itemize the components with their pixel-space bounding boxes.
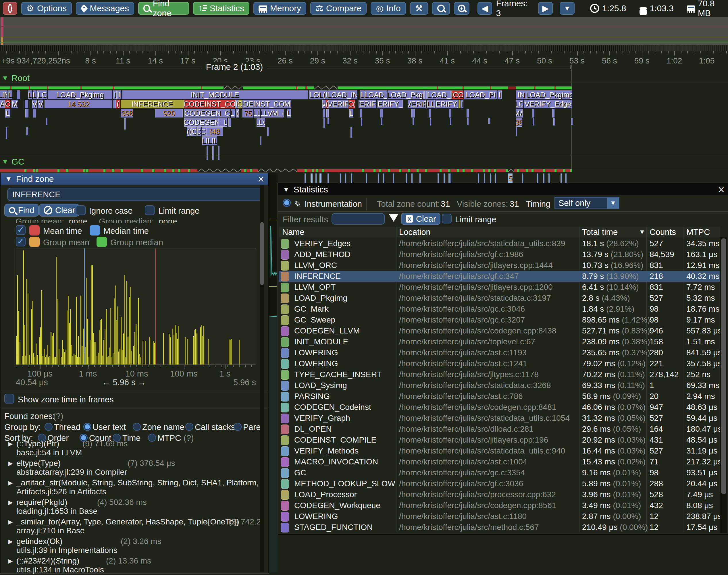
gc-zone-tick[interactable] bbox=[443, 173, 445, 183]
instrumentation-radio[interactable] bbox=[283, 199, 291, 207]
found-zone-name[interactable]: (::#23#24)(String) bbox=[16, 556, 79, 566]
timeline-zone[interactable]: I bbox=[235, 100, 238, 108]
timeline-zone[interactable]: LOAD_Pkgimg bbox=[527, 91, 572, 99]
show-zone-time-checkbox[interactable] bbox=[4, 394, 14, 404]
timeline-zone[interactable] bbox=[326, 109, 329, 117]
timeline-zone[interactable]: L bbox=[28, 91, 32, 99]
sort-by-help[interactable]: (?) bbox=[184, 433, 194, 443]
gc-zone-tick[interactable] bbox=[340, 173, 341, 183]
table-row[interactable]: METHOD_LOOKUP_SLOW/home/kristofferc/juli… bbox=[279, 478, 720, 489]
zoom-button[interactable] bbox=[454, 2, 469, 15]
statistics-titlebar[interactable]: ▼ Statistics × bbox=[278, 184, 728, 195]
timeline-zone[interactable]: (( bbox=[187, 127, 192, 136]
table-row[interactable]: PARSING/home/kristofferc/julia/src/ast.c… bbox=[279, 391, 720, 402]
timeline-zone[interactable]: LO bbox=[516, 100, 523, 108]
find-zone-button[interactable]: Find zone bbox=[138, 2, 189, 15]
options-button[interactable]: ⚙Options bbox=[21, 2, 72, 15]
timeline-zone[interactable]: l bbox=[461, 100, 463, 108]
timeline-zone[interactable]: LOL(I bbox=[309, 91, 328, 99]
gc-zone-tick[interactable] bbox=[495, 173, 496, 183]
gc-zone-tick[interactable] bbox=[543, 173, 544, 183]
col-name[interactable]: Name bbox=[282, 228, 304, 237]
timeline-zone[interactable] bbox=[449, 109, 451, 117]
timeline-zone[interactable]: L bbox=[349, 109, 353, 117]
timeline-zone[interactable] bbox=[424, 91, 427, 99]
timeline-zone[interactable] bbox=[459, 100, 460, 108]
table-row[interactable]: STAGED_FUNCTION/home/kristofferc/julia/s… bbox=[279, 522, 720, 533]
close-icon[interactable]: × bbox=[718, 184, 725, 195]
stats-clear-button[interactable]: x Clear bbox=[401, 213, 440, 225]
gc-zone-tick[interactable] bbox=[406, 173, 407, 183]
table-row[interactable]: CODEGEN_LLVM/home/kristofferc/julia/src/… bbox=[279, 326, 720, 336]
timeline-zone[interactable]: 14,532 bbox=[44, 100, 112, 108]
messages-button[interactable]: Messages bbox=[76, 2, 134, 15]
table-row[interactable]: LOAD_Processor/home/kristofferc/julia/sr… bbox=[279, 489, 720, 500]
timeline-zone[interactable]: CODEGEN_C bbox=[184, 109, 230, 117]
table-row[interactable]: VERIFY_Graph/home/kristofferc/julia/src/… bbox=[279, 413, 720, 424]
stats-limit-range-checkbox[interactable] bbox=[442, 214, 452, 224]
frame-dropdown-button[interactable]: ▼ bbox=[560, 2, 574, 15]
mean-time-checkbox[interactable]: ✓ bbox=[16, 225, 26, 235]
col-total-time[interactable]: Total time bbox=[582, 228, 618, 237]
found-zone-name[interactable]: _artifact_str(Module, String, SubString,… bbox=[16, 478, 263, 487]
timeline-zone[interactable] bbox=[552, 109, 555, 117]
timeline-zone[interactable] bbox=[411, 109, 415, 117]
thread-root-header[interactable]: ▼ Root bbox=[2, 73, 30, 83]
gc-zone-tick[interactable] bbox=[383, 173, 384, 183]
ignore-case-checkbox[interactable] bbox=[76, 205, 86, 215]
timeline-zone[interactable]: ( bbox=[326, 100, 328, 108]
table-row[interactable]: ADD_METHOD/home/kristofferc/julia/src/gf… bbox=[279, 249, 720, 260]
table-row[interactable]: LLVM_OPT/home/kristofferc/julia/src/jitl… bbox=[279, 282, 720, 293]
timeline-zone[interactable]: VERIFY_I bbox=[435, 100, 458, 108]
timeline-zone[interactable]: LOAD_ bbox=[427, 91, 451, 99]
prev-frame-button[interactable]: ◀ bbox=[477, 2, 492, 15]
table-row[interactable]: CODEINST_COMPILE/home/kristofferc/julia/… bbox=[279, 435, 720, 445]
table-row[interactable]: VERIFY_Methods/home/kristofferc/julia/sr… bbox=[279, 445, 720, 456]
zone-time-histogram[interactable] bbox=[16, 248, 256, 365]
timing-dropdown[interactable]: Self only ▼ bbox=[555, 197, 619, 209]
expand-triangle-icon[interactable]: ▶ bbox=[8, 460, 13, 467]
timeline-zone[interactable]: VERIFY bbox=[359, 100, 376, 108]
timeline-zone[interactable]: LC bbox=[37, 91, 47, 99]
timeline-zone[interactable]: LL bbox=[254, 109, 260, 117]
timeline-zone[interactable] bbox=[25, 109, 28, 117]
timeline-zone[interactable]: (48 bbox=[206, 127, 223, 136]
timeline-zone[interactable]: ICO bbox=[451, 91, 463, 99]
timeline-zone[interactable] bbox=[429, 109, 431, 117]
find-zone-scrollbar-thumb[interactable] bbox=[260, 222, 264, 285]
timeline-zone[interactable]: ( bbox=[116, 100, 120, 108]
group-by-radio-pare[interactable] bbox=[234, 423, 242, 431]
timeline-zone[interactable]: LIN bbox=[0, 91, 7, 99]
found-zones-help[interactable]: (?) bbox=[53, 412, 63, 421]
timeline-zone[interactable]: CODEGEN_L bbox=[184, 118, 227, 127]
timeline-zone[interactable]: A bbox=[0, 100, 5, 108]
stats-scrollbar-thumb[interactable] bbox=[721, 238, 726, 494]
timeline-zone[interactable]: LILIL bbox=[202, 136, 217, 145]
timeline-zone[interactable]: L bbox=[360, 91, 365, 99]
timeline-zone[interactable]: 75 bbox=[242, 109, 254, 117]
gc-zone-tick[interactable] bbox=[549, 173, 550, 183]
clear-button[interactable]: Clear bbox=[39, 204, 79, 216]
zone-search-input[interactable]: INFERENCE bbox=[7, 188, 263, 201]
timeline-zone[interactable] bbox=[323, 109, 325, 117]
gc-zone-tick[interactable] bbox=[378, 173, 379, 183]
timeline-zone[interactable]: L bbox=[5, 109, 10, 117]
timeline-zone[interactable]: IN bbox=[516, 91, 527, 99]
timeline-zone[interactable]: LOAD_Pkgimg bbox=[48, 91, 112, 99]
timeline-zone[interactable]: V bbox=[32, 100, 37, 108]
filter-input[interactable] bbox=[332, 213, 385, 225]
frame-time-graph[interactable] bbox=[0, 16, 728, 45]
frame-tick-strip[interactable] bbox=[0, 45, 728, 51]
table-row[interactable]: LLVM_ORC/home/kristofferc/julia/src/jitl… bbox=[279, 260, 720, 271]
gc-zone-tick[interactable] bbox=[316, 173, 317, 183]
gc-zone-tick[interactable] bbox=[437, 173, 439, 183]
group-by-radio-user-text[interactable] bbox=[83, 423, 91, 431]
group-mean-checkbox[interactable]: ✓ bbox=[16, 237, 26, 246]
gc-zone-tick[interactable] bbox=[537, 173, 538, 183]
gc-zone-tick[interactable] bbox=[490, 173, 491, 183]
timeline-zone[interactable]: L bbox=[287, 109, 291, 117]
frame-bar[interactable] bbox=[0, 87, 572, 89]
timeline-zone[interactable]: VERIFY_E bbox=[377, 100, 403, 108]
gc-zone-tick[interactable] bbox=[451, 173, 451, 183]
timeline-zone[interactable]: ( bbox=[236, 109, 239, 117]
